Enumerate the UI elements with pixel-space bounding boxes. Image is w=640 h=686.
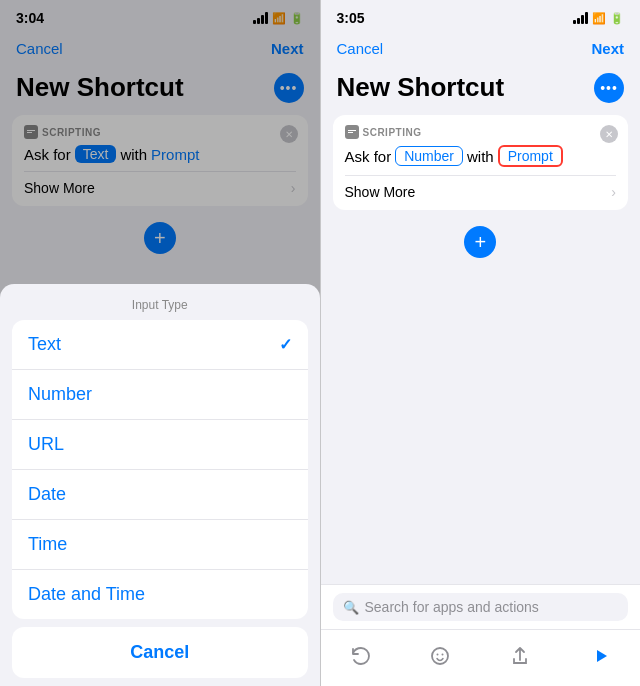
more-button-right[interactable]: ••• [594, 73, 624, 103]
sheet-title-left: Input Type [0, 284, 320, 320]
sheet-item-number[interactable]: Number [12, 370, 308, 420]
undo-button[interactable] [338, 638, 382, 674]
content-spacer-right [321, 274, 641, 584]
sheet-item-label-datetime: Date and Time [28, 584, 145, 605]
search-bar[interactable]: 🔍 Search for apps and actions [333, 593, 629, 621]
search-placeholder: Search for apps and actions [365, 599, 539, 615]
left-panel: 3:04 📶 🔋 Cancel Next New Shortcut ••• [0, 0, 320, 686]
search-icon: 🔍 [343, 600, 359, 615]
next-button-right[interactable]: Next [591, 40, 624, 57]
sheet-item-text[interactable]: Text ✓ [12, 320, 308, 370]
share-button[interactable] [498, 638, 542, 674]
sheet-cancel-button[interactable]: Cancel [12, 627, 308, 678]
ask-for-text-right: Ask for [345, 148, 392, 165]
status-bar-right: 3:05 📶 🔋 [321, 0, 641, 32]
sheet-item-url[interactable]: URL [12, 420, 308, 470]
type-tag-right[interactable]: Number [395, 146, 463, 166]
battery-icon-right: 🔋 [610, 12, 624, 25]
script-label-text-right: SCRIPTING [363, 127, 422, 138]
sheet-item-label-date: Date [28, 484, 66, 505]
svg-point-6 [442, 654, 444, 656]
scripting-icon-right [345, 125, 359, 139]
bottom-sheet-left: Input Type Text ✓ Number URL Date Time [0, 284, 320, 686]
more-dots-icon-right: ••• [600, 80, 618, 96]
script-card-right: SCRIPTING ✕ Ask for Number with Prompt S… [333, 115, 629, 210]
search-bar-row: 🔍 Search for apps and actions [321, 584, 641, 629]
signal-icon-right [573, 12, 588, 24]
show-more-right[interactable]: Show More › [345, 175, 617, 200]
sheet-cancel-label: Cancel [130, 642, 189, 662]
add-btn-row-right: + [321, 226, 641, 258]
cancel-button-right[interactable]: Cancel [337, 40, 384, 57]
dim-overlay-left [0, 0, 320, 310]
svg-point-4 [432, 648, 448, 664]
sheet-item-datetime[interactable]: Date and Time [12, 570, 308, 619]
time-right: 3:05 [337, 10, 365, 26]
chevron-icon-right: › [611, 184, 616, 200]
show-more-label-right: Show More [345, 184, 416, 200]
prompt-tag-right[interactable]: Prompt [498, 145, 563, 167]
emoji-button[interactable] [418, 638, 462, 674]
svg-point-5 [437, 654, 439, 656]
svg-rect-3 [348, 132, 353, 133]
add-button-right[interactable]: + [464, 226, 496, 258]
bottom-toolbar-right [321, 629, 641, 686]
sheet-item-label-time: Time [28, 534, 67, 555]
wifi-icon-right: 📶 [592, 12, 606, 25]
checkmark-icon: ✓ [279, 335, 292, 354]
title-row-right: New Shortcut ••• [321, 68, 641, 115]
script-close-right[interactable]: ✕ [600, 125, 618, 143]
sheet-list-left: Text ✓ Number URL Date Time Date and Tim… [12, 320, 308, 619]
page-title-right: New Shortcut [337, 72, 505, 103]
script-content-right: Ask for Number with Prompt [345, 145, 617, 167]
script-label-right: SCRIPTING [345, 125, 617, 139]
sheet-item-time[interactable]: Time [12, 520, 308, 570]
sheet-item-date[interactable]: Date [12, 470, 308, 520]
play-button[interactable] [578, 638, 622, 674]
sheet-item-label-text: Text [28, 334, 61, 355]
nav-bar-right: Cancel Next [321, 32, 641, 68]
svg-rect-2 [348, 130, 356, 131]
sheet-item-label-url: URL [28, 434, 64, 455]
right-panel: 3:05 📶 🔋 Cancel Next New Shortcut ••• [321, 0, 641, 686]
sheet-item-label-number: Number [28, 384, 92, 405]
with-text-right: with [467, 148, 494, 165]
status-icons-right: 📶 🔋 [573, 12, 624, 25]
